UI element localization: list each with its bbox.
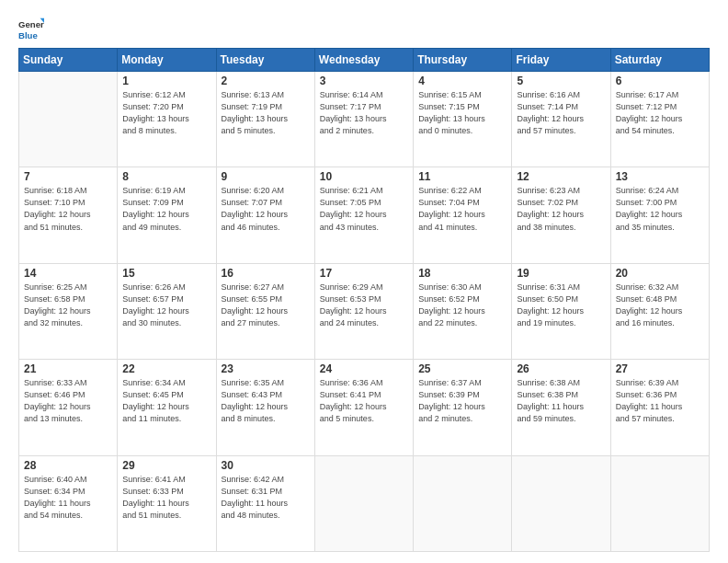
calendar-cell: 2Sunrise: 6:13 AM Sunset: 7:19 PM Daylig… — [216, 72, 314, 167]
day-info: Sunrise: 6:34 AM Sunset: 6:45 PM Dayligh… — [122, 377, 210, 425]
calendar-cell: 7Sunrise: 6:18 AM Sunset: 7:10 PM Daylig… — [19, 167, 118, 263]
week-row-1: 1Sunrise: 6:12 AM Sunset: 7:20 PM Daylig… — [19, 72, 710, 167]
day-info: Sunrise: 6:18 AM Sunset: 7:10 PM Dayligh… — [24, 185, 112, 233]
weekday-header-monday: Monday — [118, 49, 216, 72]
calendar-cell — [19, 72, 118, 167]
day-info: Sunrise: 6:30 AM Sunset: 6:52 PM Dayligh… — [418, 282, 506, 329]
day-number: 18 — [418, 267, 506, 280]
week-row-3: 14Sunrise: 6:25 AM Sunset: 6:58 PM Dayli… — [19, 263, 710, 359]
calendar-cell: 15Sunrise: 6:26 AM Sunset: 6:57 PM Dayli… — [118, 263, 216, 359]
calendar-cell: 16Sunrise: 6:27 AM Sunset: 6:55 PM Dayli… — [216, 263, 314, 359]
calendar-cell: 4Sunrise: 6:15 AM Sunset: 7:15 PM Daylig… — [414, 72, 512, 167]
calendar-cell: 20Sunrise: 6:32 AM Sunset: 6:48 PM Dayli… — [610, 263, 709, 359]
day-number: 7 — [24, 170, 112, 183]
calendar-cell: 28Sunrise: 6:40 AM Sunset: 6:34 PM Dayli… — [19, 455, 118, 551]
day-number: 19 — [517, 267, 605, 280]
day-info: Sunrise: 6:13 AM Sunset: 7:19 PM Dayligh… — [222, 89, 310, 137]
logo: General Blue — [18, 17, 44, 42]
logo-icon: General Blue — [18, 17, 44, 42]
day-number: 20 — [616, 267, 704, 280]
day-info: Sunrise: 6:32 AM Sunset: 6:48 PM Dayligh… — [616, 282, 704, 329]
weekday-header-thursday: Thursday — [414, 49, 512, 72]
svg-text:General: General — [18, 19, 44, 29]
calendar-cell: 10Sunrise: 6:21 AM Sunset: 7:05 PM Dayli… — [314, 167, 413, 263]
day-number: 25 — [418, 362, 506, 375]
calendar-cell: 5Sunrise: 6:16 AM Sunset: 7:14 PM Daylig… — [512, 72, 610, 167]
calendar-cell: 3Sunrise: 6:14 AM Sunset: 7:17 PM Daylig… — [314, 72, 413, 167]
calendar-cell: 11Sunrise: 6:22 AM Sunset: 7:04 PM Dayli… — [414, 167, 512, 263]
week-row-4: 21Sunrise: 6:33 AM Sunset: 6:46 PM Dayli… — [19, 360, 710, 455]
day-info: Sunrise: 6:27 AM Sunset: 6:55 PM Dayligh… — [222, 282, 310, 329]
day-number: 24 — [320, 362, 408, 375]
calendar-cell: 24Sunrise: 6:36 AM Sunset: 6:41 PM Dayli… — [314, 360, 413, 455]
day-number: 1 — [122, 75, 210, 87]
day-number: 30 — [222, 459, 310, 472]
day-number: 8 — [122, 170, 210, 183]
day-info: Sunrise: 6:22 AM Sunset: 7:04 PM Dayligh… — [418, 185, 506, 233]
calendar-cell: 14Sunrise: 6:25 AM Sunset: 6:58 PM Dayli… — [19, 263, 118, 359]
day-info: Sunrise: 6:35 AM Sunset: 6:43 PM Dayligh… — [222, 377, 310, 425]
weekday-header-wednesday: Wednesday — [314, 49, 413, 72]
calendar-cell — [512, 455, 610, 551]
day-info: Sunrise: 6:39 AM Sunset: 6:36 PM Dayligh… — [616, 377, 704, 425]
day-number: 16 — [222, 267, 310, 280]
calendar-cell: 8Sunrise: 6:19 AM Sunset: 7:09 PM Daylig… — [118, 167, 216, 263]
day-info: Sunrise: 6:42 AM Sunset: 6:31 PM Dayligh… — [222, 474, 310, 522]
calendar-cell: 6Sunrise: 6:17 AM Sunset: 7:12 PM Daylig… — [610, 72, 709, 167]
day-info: Sunrise: 6:31 AM Sunset: 6:50 PM Dayligh… — [517, 282, 605, 329]
day-number: 11 — [418, 170, 506, 183]
calendar-page: General Blue SundayMondayTuesdayWednesda… — [0, 0, 728, 563]
calendar-cell: 29Sunrise: 6:41 AM Sunset: 6:33 PM Dayli… — [118, 455, 216, 551]
day-number: 29 — [122, 459, 210, 472]
day-number: 3 — [320, 75, 408, 87]
day-number: 21 — [24, 362, 112, 375]
day-info: Sunrise: 6:17 AM Sunset: 7:12 PM Dayligh… — [616, 89, 704, 137]
weekday-header-tuesday: Tuesday — [216, 49, 314, 72]
day-number: 4 — [418, 75, 506, 87]
day-number: 5 — [517, 75, 605, 87]
weekday-header-friday: Friday — [512, 49, 610, 72]
day-info: Sunrise: 6:24 AM Sunset: 7:00 PM Dayligh… — [616, 185, 704, 233]
day-info: Sunrise: 6:36 AM Sunset: 6:41 PM Dayligh… — [320, 377, 408, 425]
day-number: 6 — [616, 75, 704, 87]
calendar-cell: 23Sunrise: 6:35 AM Sunset: 6:43 PM Dayli… — [216, 360, 314, 455]
day-number: 9 — [222, 170, 310, 183]
day-info: Sunrise: 6:23 AM Sunset: 7:02 PM Dayligh… — [517, 185, 605, 233]
day-info: Sunrise: 6:16 AM Sunset: 7:14 PM Dayligh… — [517, 89, 605, 137]
calendar-cell: 19Sunrise: 6:31 AM Sunset: 6:50 PM Dayli… — [512, 263, 610, 359]
day-info: Sunrise: 6:37 AM Sunset: 6:39 PM Dayligh… — [418, 377, 506, 425]
calendar-cell: 22Sunrise: 6:34 AM Sunset: 6:45 PM Dayli… — [118, 360, 216, 455]
svg-text:Blue: Blue — [18, 30, 38, 40]
day-info: Sunrise: 6:19 AM Sunset: 7:09 PM Dayligh… — [122, 185, 210, 233]
day-info: Sunrise: 6:29 AM Sunset: 6:53 PM Dayligh… — [320, 282, 408, 329]
day-info: Sunrise: 6:33 AM Sunset: 6:46 PM Dayligh… — [24, 377, 112, 425]
day-number: 10 — [320, 170, 408, 183]
calendar-cell: 27Sunrise: 6:39 AM Sunset: 6:36 PM Dayli… — [610, 360, 709, 455]
calendar-cell: 18Sunrise: 6:30 AM Sunset: 6:52 PM Dayli… — [414, 263, 512, 359]
calendar-cell: 1Sunrise: 6:12 AM Sunset: 7:20 PM Daylig… — [118, 72, 216, 167]
calendar-cell — [314, 455, 413, 551]
calendar-table: SundayMondayTuesdayWednesdayThursdayFrid… — [18, 48, 710, 552]
day-info: Sunrise: 6:26 AM Sunset: 6:57 PM Dayligh… — [122, 282, 210, 329]
day-number: 28 — [24, 459, 112, 472]
day-number: 12 — [517, 170, 605, 183]
day-info: Sunrise: 6:38 AM Sunset: 6:38 PM Dayligh… — [517, 377, 605, 425]
day-number: 13 — [616, 170, 704, 183]
day-info: Sunrise: 6:14 AM Sunset: 7:17 PM Dayligh… — [320, 89, 408, 137]
day-number: 22 — [122, 362, 210, 375]
day-info: Sunrise: 6:21 AM Sunset: 7:05 PM Dayligh… — [320, 185, 408, 233]
calendar-cell: 26Sunrise: 6:38 AM Sunset: 6:38 PM Dayli… — [512, 360, 610, 455]
day-info: Sunrise: 6:12 AM Sunset: 7:20 PM Dayligh… — [122, 89, 210, 137]
weekday-header-sunday: Sunday — [19, 49, 118, 72]
calendar-cell — [414, 455, 512, 551]
calendar-cell: 9Sunrise: 6:20 AM Sunset: 7:07 PM Daylig… — [216, 167, 314, 263]
day-info: Sunrise: 6:40 AM Sunset: 6:34 PM Dayligh… — [24, 474, 112, 522]
day-number: 2 — [222, 75, 310, 87]
day-info: Sunrise: 6:25 AM Sunset: 6:58 PM Dayligh… — [24, 282, 112, 329]
day-info: Sunrise: 6:41 AM Sunset: 6:33 PM Dayligh… — [122, 474, 210, 522]
day-number: 15 — [122, 267, 210, 280]
day-number: 14 — [24, 267, 112, 280]
day-info: Sunrise: 6:20 AM Sunset: 7:07 PM Dayligh… — [222, 185, 310, 233]
calendar-cell: 30Sunrise: 6:42 AM Sunset: 6:31 PM Dayli… — [216, 455, 314, 551]
calendar-cell — [610, 455, 709, 551]
